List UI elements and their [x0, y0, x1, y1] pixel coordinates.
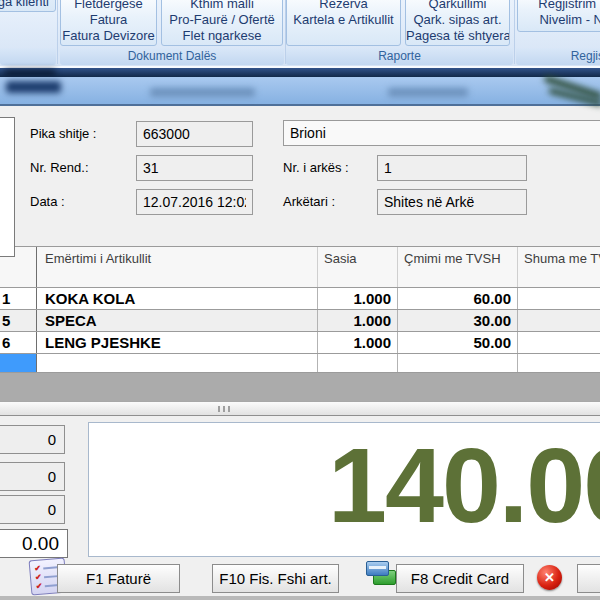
grip-icon — [218, 406, 220, 412]
nr-rend-label: Nr. Rend.: — [30, 160, 89, 176]
arketari-label: Arkëtari : — [283, 194, 335, 210]
ribbon-button-client-payment[interactable]: ga klienti — [0, 0, 56, 12]
f10-fshi-art-button[interactable]: F10 Fis. Fshi art. — [212, 564, 339, 593]
qty-cell: 1.000 — [318, 332, 398, 353]
nr-arkes-label: Nr. i arkës : — [283, 160, 349, 176]
card-front-icon — [366, 561, 389, 576]
total-cell — [518, 354, 600, 372]
price-cell: 50.00 — [398, 332, 518, 353]
blurred-banner-text — [6, 81, 61, 93]
qty-cell: 1.000 — [318, 288, 398, 309]
item-name-cell — [37, 354, 318, 372]
ribbon-button-kartela-artikullit[interactable]: Rezerva Kartela e Artikullit — [286, 0, 401, 46]
grand-total: 140.00 — [328, 432, 600, 538]
blurred-title-text — [4, 70, 56, 76]
left-side-panel — [0, 117, 15, 257]
ribbon-button-label: Flet ngarkese — [162, 28, 282, 44]
ribbon-group-caption-dokument-dales: Dokument Dalës — [60, 48, 284, 65]
ribbon-button-label: Fletdergese — [61, 0, 156, 12]
check-icon: ✔ — [35, 582, 42, 591]
total-box-change[interactable] — [0, 529, 68, 558]
total-box-2[interactable] — [0, 462, 65, 491]
ribbon-button-label — [287, 28, 400, 44]
price-cell: 60.00 — [398, 288, 518, 309]
price-cell — [398, 354, 518, 372]
header-price[interactable]: Çmimi me TVSH — [398, 247, 518, 287]
blurred-banner-text — [388, 88, 468, 97]
ribbon-button-label: Qark. sipas art. — [406, 12, 509, 28]
ribbon-group-caption-regjistrim: Regjistr — [516, 48, 600, 65]
f8-credit-card-button[interactable]: F8 Credit Card — [396, 564, 524, 593]
ribbon-button-label: Pro-Faurë / Ofertë — [162, 12, 282, 28]
table-row[interactable]: 1 KOKA KOLA 1.000 60.00 60.00 — [0, 288, 600, 310]
total-cell: 60.00 — [518, 288, 600, 309]
item-name-cell: SPECA — [37, 310, 318, 331]
nr-rend-input[interactable] — [136, 155, 253, 181]
ribbon-button-label: Rezerva — [287, 0, 400, 12]
credit-card-icon[interactable] — [366, 560, 396, 588]
total-cell: 50.00 — [518, 332, 600, 353]
table-row-new[interactable] — [0, 354, 600, 373]
price-cell: 30.00 — [398, 310, 518, 331]
ribbon-button-label: Pagesa të shtyera — [406, 28, 509, 44]
ribbon-button-fatura[interactable]: Fletdergese Fatura Fatura Devizore — [60, 0, 157, 46]
x-icon: ✕ — [544, 570, 555, 585]
blurred-banner-text — [150, 88, 255, 97]
partial-button-right[interactable] — [577, 564, 600, 593]
total-box-3[interactable] — [0, 495, 65, 524]
ribbon-button-qarkullimi[interactable]: Qarkullimi Qark. sipas art. Pagesa të sh… — [405, 0, 510, 46]
total-cell: 30.00 — [518, 310, 600, 331]
nr-arkes-input[interactable] — [377, 155, 527, 181]
table-header-row: Emërtimi i Artikullit Sasia Çmimi me TVS… — [0, 246, 600, 288]
qty-cell: 1.000 — [318, 310, 398, 331]
row-number-cell: 5 — [0, 310, 37, 331]
selected-row-indicator — [0, 354, 37, 372]
table-row[interactable]: 5 SPECA 1.000 30.00 30.00 — [0, 310, 600, 332]
ribbon-group-caption — [0, 48, 56, 65]
ribbon-button-regjistrim[interactable]: Regjistrim Ko Nivelim - Ndr — [517, 0, 600, 32]
pika-shitje-input[interactable] — [136, 121, 253, 147]
check-icon: ✔ — [34, 564, 41, 573]
pika-shitje-label: Pika shitje : — [30, 126, 96, 142]
pos-window: ga klienti Fletdergese Fatura Fatura Dev… — [0, 0, 600, 600]
bottom-strip — [0, 596, 600, 600]
ribbon-button-label: Kartela e Artikullit — [287, 12, 400, 28]
window-title-strip — [0, 68, 600, 77]
ribbon-group-caption-raporte: Raporte — [286, 48, 513, 65]
grip-icon — [223, 406, 225, 412]
ribbon-button-label: Qarkullimi — [406, 0, 509, 12]
item-name-cell: LENG PJESHKE — [37, 332, 318, 353]
cancel-button[interactable]: ✕ — [537, 565, 562, 590]
data-input[interactable] — [136, 189, 253, 215]
ribbon-button-label: Regjistrim Ko — [518, 0, 600, 12]
row-number-cell: 6 — [0, 332, 37, 353]
arketari-input[interactable] — [377, 189, 527, 215]
ribbon-button-kthim-malli[interactable]: Kthim malli Pro-Faurë / Ofertë Flet ngar… — [161, 0, 283, 46]
f1-fature-button[interactable]: F1 Faturë — [57, 564, 180, 593]
total-box-1[interactable] — [0, 425, 65, 454]
ribbon-button-label: Kthim malli — [162, 0, 282, 12]
header-item-name[interactable]: Emërtimi i Artikullit — [37, 247, 318, 287]
item-name-cell: KOKA KOLA — [37, 288, 318, 309]
ribbon-button-label: Fatura — [61, 12, 156, 28]
header-qty[interactable]: Sasia — [318, 247, 398, 287]
grip-icon — [228, 406, 230, 412]
ribbon-separator — [514, 0, 515, 64]
table-row[interactable]: 6 LENG PJESHKE 1.000 50.00 50.00 — [0, 332, 600, 354]
ribbon-toolbar: ga klienti Fletdergese Fatura Fatura Dev… — [0, 0, 600, 68]
ribbon-button-label: Fatura Devizore — [61, 28, 156, 44]
ribbon-button-label: ga klienti — [0, 0, 55, 10]
data-label: Data : — [30, 194, 65, 210]
header-total[interactable]: Shuma me TVSH — [518, 247, 600, 287]
row-number-cell: 1 — [0, 288, 37, 309]
app-banner — [0, 77, 600, 106]
check-icon: ✔ — [35, 573, 42, 582]
qty-cell — [318, 354, 398, 372]
ribbon-button-label: Nivelim - Ndr — [518, 12, 600, 28]
ribbon-separator — [57, 0, 58, 64]
splitter-handle[interactable] — [0, 401, 600, 416]
items-table: Emërtimi i Artikullit Sasia Çmimi me TVS… — [0, 246, 600, 402]
pika-shitje-name-input[interactable] — [283, 120, 600, 146]
